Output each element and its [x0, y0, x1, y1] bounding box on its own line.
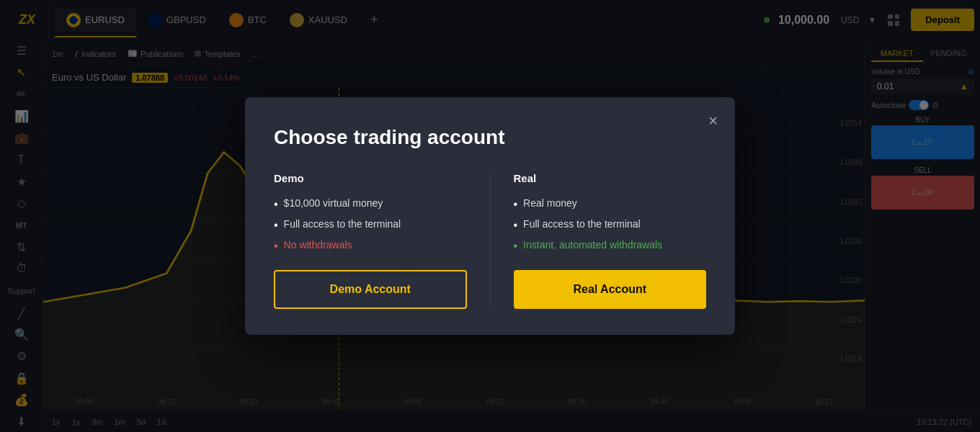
- demo-feature-3: No withdrawals: [274, 239, 467, 253]
- column-divider: [490, 172, 491, 310]
- demo-feature-2: Full access to the terminal: [274, 218, 467, 232]
- modal-columns: Demo $10,000 virtual money Full access t…: [274, 172, 706, 310]
- real-feature-3: Instant, automated withdrawals: [514, 239, 707, 253]
- real-heading: Real: [514, 172, 707, 184]
- choose-account-modal: Choose trading account × Demo $10,000 vi…: [245, 97, 735, 336]
- real-features: Real money Full access to the terminal I…: [514, 197, 707, 253]
- demo-features: $10,000 virtual money Full access to the…: [274, 197, 467, 253]
- modal-close-button[interactable]: ×: [708, 112, 718, 130]
- demo-account-button[interactable]: Demo Account: [274, 270, 467, 309]
- demo-feature-1: $10,000 virtual money: [274, 197, 467, 211]
- real-feature-1: Real money: [514, 197, 707, 211]
- real-feature-2: Full access to the terminal: [514, 218, 707, 232]
- real-account-button[interactable]: Real Account: [514, 270, 707, 309]
- modal-overlay: Choose trading account × Demo $10,000 vi…: [0, 0, 980, 432]
- demo-column: Demo $10,000 virtual money Full access t…: [274, 172, 467, 310]
- demo-heading: Demo: [274, 172, 467, 184]
- real-column: Real Real money Full access to the termi…: [514, 172, 707, 310]
- modal-title: Choose trading account: [274, 126, 706, 149]
